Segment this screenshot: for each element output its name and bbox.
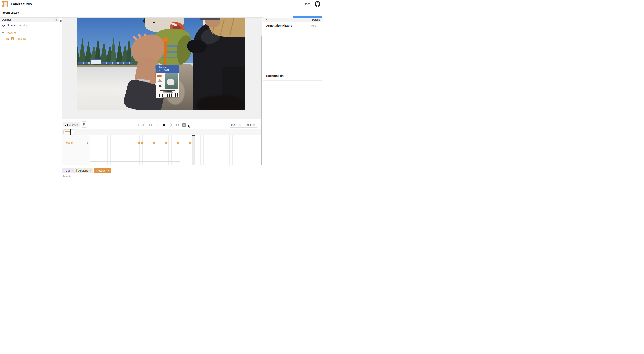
frame-counter[interactable]: 34 of 1008: [63, 122, 80, 127]
play-button[interactable]: [162, 122, 166, 127]
timeline-horizontal-scrollbar[interactable]: [90, 161, 180, 162]
label-text: Possum: [96, 169, 106, 172]
details-panel: Details Annotation History #1001 Relatio…: [263, 18, 322, 177]
timeline: Possum 1: [62, 135, 262, 165]
app-title: Label Studio: [11, 0, 32, 8]
time-inputs: 00:01:10 00:42:00: [229, 122, 258, 128]
grouping-label: Grouped by Label: [7, 24, 28, 27]
divider: [22, 8, 22, 18]
current-frame: 34: [65, 123, 68, 126]
keyframe-diamond[interactable]: [140, 142, 143, 144]
timeline-minimap-track[interactable]: [62, 129, 262, 135]
season-pass-badge: Season Pass '11-12: [156, 65, 180, 98]
label-chip-airplane[interactable]: Airplane 2: [75, 168, 93, 173]
remove-keyframe-button[interactable]: [141, 122, 146, 127]
track-count: 1: [87, 141, 88, 144]
zoom-in-button[interactable]: [81, 121, 87, 128]
annotation-toolbar: #9pb8Lgs2iv AD Admin #1001 created, 23 m…: [0, 8, 322, 18]
minimap-keyframe-range: [65, 131, 70, 132]
timeline-collapse-button[interactable]: [182, 122, 186, 127]
position-time-input[interactable]: 00:01:10: [229, 122, 244, 127]
relations-label: Relations (0): [266, 74, 284, 77]
label-chip-possum[interactable]: Possum 3: [94, 168, 111, 173]
keyframe-diamond[interactable]: [153, 142, 156, 144]
video-hut: [91, 59, 101, 64]
task-footer-label: Task #: [63, 175, 70, 177]
keyframe-diamond[interactable]: [138, 142, 140, 144]
label-chip-car[interactable]: Car 1: [62, 168, 75, 173]
label-hotkey: 3: [108, 169, 109, 172]
label-text: Airplane: [78, 169, 88, 172]
label-color-bar: [76, 169, 77, 172]
top-bar: Label Studio Docs: [0, 0, 322, 8]
timeline-track-labels: Possum 1: [62, 135, 90, 165]
total-frames: of 1008: [69, 123, 78, 126]
label-hotkey: 1: [72, 169, 73, 172]
duration-time-input[interactable]: 00:42:00: [244, 122, 258, 127]
label-studio-logo-icon[interactable]: [3, 1, 8, 6]
outliner-header: Outliner: [0, 18, 59, 21]
annotation-history-id: #1001: [312, 24, 319, 27]
docs-link[interactable]: Docs: [304, 0, 310, 8]
grouping-selector[interactable]: Grouped by Label: [0, 21, 59, 29]
possum-eye: [153, 22, 154, 23]
outliner-title: Outliner: [2, 18, 55, 21]
add-keyframe-button[interactable]: [135, 122, 140, 127]
track-label[interactable]: Possum: [64, 141, 74, 144]
badge-title: Season Pass '11-12: [156, 65, 179, 73]
relations-section: Relations (0): [263, 71, 322, 81]
label-studio-app: Label Studio Docs #9pb8Lgs2iv AD Admin #…: [0, 0, 322, 177]
badge-text-line: [160, 90, 175, 91]
region-index-badge: 1: [10, 37, 14, 40]
timeline-playhead[interactable]: [192, 135, 195, 165]
badge-number: [163, 92, 172, 93]
github-icon[interactable]: [315, 1, 320, 7]
badge-photo: [165, 73, 178, 89]
keyframe-diamond[interactable]: [188, 142, 191, 144]
badge-logo: [157, 75, 162, 77]
badge-barcode: [158, 93, 178, 97]
expand-panel-icon[interactable]: [265, 19, 267, 21]
label-hotkey: 2: [90, 169, 91, 172]
next-keyframe-button[interactable]: [175, 122, 180, 127]
details-header: Details: [263, 18, 322, 21]
tree-region-label: Possum: [16, 37, 26, 40]
keyframe-diamond[interactable]: [165, 142, 168, 144]
label-text: Car: [66, 169, 70, 172]
next-frame-button[interactable]: [168, 122, 174, 127]
mouse-cursor: [188, 124, 192, 128]
region-thumb-icon: [6, 37, 9, 40]
collapse-panel-icon[interactable]: [55, 19, 57, 21]
vertical-scrollbar[interactable]: [262, 35, 262, 165]
label-color-bar: [64, 169, 64, 172]
tree-region-possum[interactable]: 1 Possum: [6, 37, 26, 40]
badge-logo: [157, 79, 162, 82]
divider: [72, 8, 72, 18]
keyframe-connector-line: [139, 143, 190, 143]
tree-group-label: Possum: [6, 31, 16, 34]
person-goggles: [200, 18, 220, 20]
tag-icon: [2, 24, 5, 27]
task-id: #9pb8Lgs2iv: [0, 8, 22, 18]
annotation-history-label: Annotation History: [266, 24, 312, 27]
keyframe-diamond[interactable]: [176, 142, 179, 144]
tree-group-possum[interactable]: Possum: [2, 31, 16, 34]
badge-lanyard: [162, 37, 168, 42]
minimap-playhead[interactable]: [70, 129, 71, 134]
video-ground: [77, 64, 139, 67]
details-title: Details: [312, 18, 320, 21]
outliner-panel: Outliner Grouped by Label Possum 1 Possu…: [0, 18, 59, 177]
video-fence: [78, 61, 132, 64]
tree-expand-icon[interactable]: [2, 32, 4, 34]
video-frame[interactable]: Season Pass '11-12: [77, 18, 244, 110]
annotation-history-section: Annotation History #1001: [263, 21, 322, 30]
prev-frame-button[interactable]: [155, 122, 160, 127]
person-glove: [187, 39, 207, 53]
prev-keyframe-button[interactable]: [148, 122, 153, 127]
badge-dog-photo: [167, 78, 175, 85]
